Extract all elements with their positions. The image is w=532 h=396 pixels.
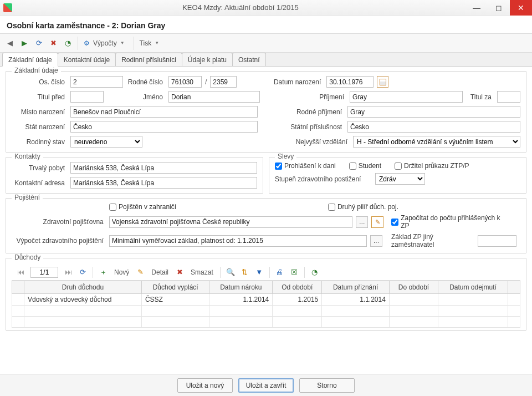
calendar-button[interactable] <box>377 76 388 88</box>
tab-ostatni[interactable]: Ostatní <box>232 53 266 66</box>
col-druh[interactable]: Druh důchodu <box>24 281 142 294</box>
tab-strip: Základní údaje Kontaktní údaje Rodinní p… <box>0 53 532 67</box>
field-prijmeni[interactable] <box>350 91 463 103</box>
vypocet-browse-button[interactable]: … <box>370 235 382 247</box>
last-page-icon[interactable]: ⏭ <box>62 266 75 279</box>
calc-icon: ⚙ <box>84 39 90 47</box>
lbl-titulpred: Titul před <box>12 93 67 101</box>
vypocty-label: Výpočty <box>93 39 117 47</box>
field-statnipris[interactable] <box>347 121 520 133</box>
field-mistonar[interactable] <box>70 106 258 118</box>
footer: Uložit a nový Uložit a zavřít Storno <box>0 374 532 396</box>
lbl-datnar: Datum narození <box>240 78 323 86</box>
lbl-mistonar: Místo narození <box>12 108 67 116</box>
field-stupen[interactable]: Zdráv <box>375 173 425 185</box>
table-row[interactable]: Vdovský a vdovecký důchod ČSSZ 1.1.2014 … <box>12 294 520 306</box>
field-kontakt[interactable] <box>70 177 257 189</box>
field-trvaly[interactable] <box>70 162 257 174</box>
table-row[interactable] <box>12 306 520 317</box>
vypocty-dropdown[interactable]: ⚙ Výpočty ▼ <box>78 37 130 50</box>
refresh-icon[interactable]: ⟳ <box>32 37 45 50</box>
window-title: KEO4 Mzdy: Aktuální období 1/2015 <box>16 3 466 12</box>
save-close-button[interactable]: Uložit a zavřít <box>238 378 294 393</box>
chk-ztp[interactable]: Držitel průkazu ZTP/P <box>395 162 469 170</box>
lbl-statnipris: Státní příslušnost <box>261 123 344 131</box>
first-page-icon[interactable]: ⏮ <box>14 266 27 279</box>
legend-pojisteni: Pojištění <box>12 194 43 201</box>
col-vyplaci[interactable]: Důchod vyplácí <box>141 281 209 294</box>
main-toolbar: ◀ ▶ ⟳ ✖ ◔ ⚙ Výpočty ▼ Tisk ▼ <box>0 34 532 53</box>
history-icon[interactable]: ◔ <box>308 266 321 279</box>
legend-kontakty: Kontakty <box>12 153 43 160</box>
chk-druhypilir[interactable]: Druhý pilíř důch. poj. <box>328 203 398 211</box>
duchody-table: Druh důchodu Důchod vyplácí Datum nároku… <box>12 281 520 328</box>
col-naroku[interactable]: Datum nároku <box>209 281 273 294</box>
lbl-trvaly: Trvalý pobyt <box>12 164 67 172</box>
chk-zahranici[interactable]: Pojištěn v zahraničí <box>109 203 315 211</box>
field-rodneprij[interactable] <box>347 106 520 118</box>
tab-rodinni[interactable]: Rodinní příslušníci <box>115 53 182 66</box>
chk-zapocitat[interactable]: Započítat do počtu přihlášených k ZP <box>391 214 510 230</box>
print-icon[interactable]: 🖨 <box>273 266 287 279</box>
search-icon[interactable]: 🔍 <box>224 266 237 279</box>
col-odejmuti[interactable]: Datum odejmutí <box>438 281 508 294</box>
lbl-stupen: Stupeň zdravotního postižení <box>275 175 372 183</box>
field-rc1[interactable] <box>168 76 202 88</box>
zp-edit-button[interactable]: ✎ <box>371 216 383 228</box>
btn-smazat[interactable]: Smazat <box>187 268 217 276</box>
add-icon[interactable]: ＋ <box>96 266 110 279</box>
field-oscislo[interactable] <box>70 76 123 88</box>
tab-kontaktni[interactable]: Kontaktní údaje <box>58 53 116 66</box>
remove-icon[interactable]: ✖ <box>173 266 186 279</box>
close-button[interactable]: ✕ <box>510 0 532 16</box>
group-duchody: Důchody ⏮ ⏭ ⟳ ＋ Nový ✎ Detail ✖ Smazat 🔍… <box>6 258 526 331</box>
tab-platu[interactable]: Údaje k platu <box>182 53 233 66</box>
field-zaklad[interactable] <box>478 235 516 247</box>
field-rodstav[interactable]: neuvedeno <box>70 136 142 148</box>
col-priznani[interactable]: Datum přiznání <box>322 281 390 294</box>
maximize-button[interactable]: ◻ <box>488 0 510 16</box>
col-od[interactable]: Od období <box>273 281 322 294</box>
export-icon[interactable]: ☒ <box>288 266 301 279</box>
filter-icon[interactable]: ▼ <box>253 266 266 279</box>
minimize-button[interactable]: — <box>466 0 488 16</box>
field-vzdelani[interactable]: H - Střední odborné vzdělání s výučním l… <box>353 136 520 148</box>
col-do[interactable]: Do období <box>389 281 438 294</box>
nav-next-icon[interactable]: ▶ <box>18 37 31 50</box>
btn-novy[interactable]: Nový <box>111 268 132 276</box>
app-icon <box>3 3 12 12</box>
table-row[interactable] <box>12 317 520 328</box>
lbl-jmeno: Jméno <box>107 93 165 101</box>
titlebar: KEO4 Mzdy: Aktuální období 1/2015 — ◻ ✕ <box>0 0 532 16</box>
chk-student[interactable]: Student <box>349 162 381 170</box>
cancel-button[interactable]: Storno <box>299 378 355 393</box>
sort-icon[interactable]: ⇅ <box>238 266 252 279</box>
lbl-rodstav: Rodinný stav <box>12 138 67 146</box>
field-titulza[interactable] <box>497 91 520 103</box>
group-slevy: Slevy Prohlášení k dani Student Držitel … <box>269 157 526 194</box>
tisk-dropdown[interactable]: Tisk ▼ <box>134 37 165 50</box>
lbl-zaklad: Základ ZP jiný zaměstnavatel <box>386 233 474 248</box>
pager-field[interactable] <box>30 267 58 278</box>
field-datnar[interactable] <box>326 76 374 88</box>
btn-detail[interactable]: Detail <box>148 268 172 276</box>
chk-prohlaseni[interactable]: Prohlášení k dani <box>275 162 336 170</box>
refresh-grid-icon[interactable]: ⟳ <box>76 266 89 279</box>
field-titulpred[interactable] <box>70 91 104 103</box>
field-rc2[interactable] <box>210 76 237 88</box>
zp-browse-button[interactable]: … <box>356 216 368 228</box>
save-new-button[interactable]: Uložit a nový <box>177 378 233 393</box>
nav-prev-icon[interactable]: ◀ <box>3 37 17 50</box>
tab-zakladni[interactable]: Základní údaje <box>2 53 58 67</box>
delete-icon[interactable]: ✖ <box>47 37 60 50</box>
field-statnar[interactable] <box>70 121 258 133</box>
page-title: Osobní karta zaměstnance - 2: Dorian Gra… <box>0 16 532 33</box>
field-jmeno[interactable] <box>168 91 260 103</box>
clock-icon[interactable]: ◔ <box>61 37 74 50</box>
group-zakladni: Základní údaje Os. číslo Rodné číslo / D… <box>6 71 526 153</box>
detail-icon[interactable]: ✎ <box>134 266 147 279</box>
field-vypocet[interactable] <box>109 235 367 247</box>
field-zp[interactable] <box>109 216 352 228</box>
lbl-statnar: Stát narození <box>12 123 67 131</box>
lbl-oscislo: Os. číslo <box>12 78 67 86</box>
